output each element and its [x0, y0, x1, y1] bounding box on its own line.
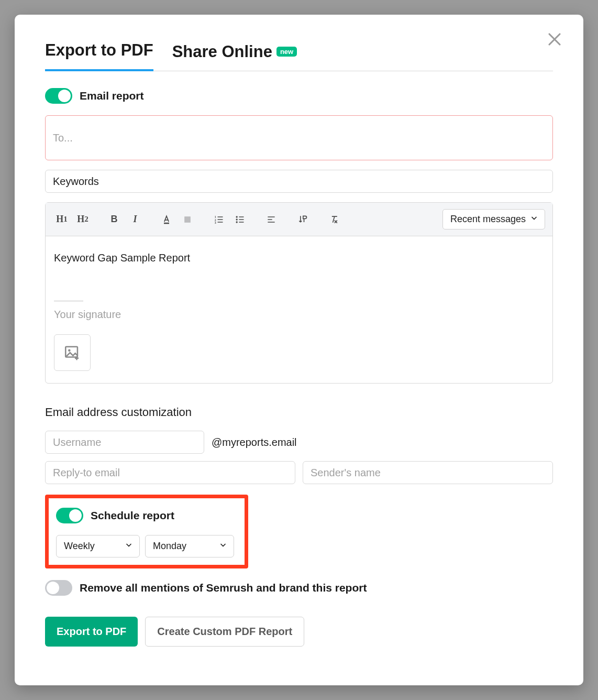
align-button[interactable]: [262, 211, 280, 228]
recent-messages-select[interactable]: Recent messages: [442, 209, 545, 229]
modal-actions: Export to PDF Create Custom PDF Report: [45, 617, 553, 647]
direction-icon: [297, 214, 308, 225]
close-button[interactable]: [547, 31, 562, 47]
brand-toggle[interactable]: [45, 580, 72, 596]
tab-share-online[interactable]: Share Online new: [172, 42, 297, 71]
to-field[interactable]: [45, 115, 553, 160]
ordered-list-button[interactable]: 123: [210, 211, 228, 228]
signature-placeholder: Your signature: [54, 309, 544, 321]
message-editor: H1 H2 B I 123: [45, 202, 553, 384]
bold-button[interactable]: B: [105, 211, 123, 228]
clear-format-button[interactable]: [325, 211, 343, 228]
schedule-highlight-box: Schedule report Weekly Monday: [45, 495, 248, 568]
export-modal: Export to PDF Share Online new Email rep…: [15, 15, 583, 685]
signature-divider: [54, 301, 83, 301]
chevron-down-icon: [125, 541, 133, 552]
create-custom-report-button[interactable]: Create Custom PDF Report: [145, 617, 304, 647]
svg-text:3: 3: [215, 221, 216, 224]
schedule-label: Schedule report: [91, 509, 174, 522]
customization-title: Email address customization: [45, 406, 553, 419]
svg-rect-1: [184, 216, 191, 223]
editor-toolbar: H1 H2 B I 123: [46, 203, 552, 236]
schedule-report-row: Schedule report: [56, 508, 237, 523]
email-report-row: Email report: [45, 88, 553, 104]
frequency-select[interactable]: Weekly: [56, 535, 140, 557]
brand-toggle-row: Remove all mentions of Semrush and brand…: [45, 580, 553, 596]
svg-point-5: [236, 216, 238, 217]
highlight-icon: [182, 214, 193, 225]
h2-sub: 2: [84, 215, 88, 224]
h1-button[interactable]: H1: [53, 211, 71, 228]
email-report-label: Email report: [80, 90, 144, 102]
editor-text: Keyword Gap Sample Report: [54, 252, 544, 264]
text-color-button[interactable]: [158, 211, 175, 228]
username-row: @myreports.email: [45, 431, 553, 454]
unordered-list-button[interactable]: [231, 211, 249, 228]
text-color-icon: [161, 214, 172, 225]
ordered-list-icon: 123: [214, 214, 224, 225]
clear-format-icon: [329, 214, 339, 225]
chevron-down-icon: [219, 541, 227, 552]
email-domain-text: @myreports.email: [212, 436, 297, 449]
subject-field[interactable]: [45, 170, 553, 193]
export-button[interactable]: Export to PDF: [45, 617, 138, 647]
svg-point-7: [236, 221, 238, 223]
tab-share-label: Share Online: [172, 42, 272, 61]
close-icon: [547, 31, 562, 47]
brand-toggle-label: Remove all mentions of Semrush and brand…: [80, 582, 367, 594]
reply-sender-row: [45, 461, 553, 484]
highlight-button[interactable]: [179, 211, 196, 228]
svg-point-9: [68, 349, 71, 352]
h2-glyph: H: [77, 214, 84, 225]
editor-body[interactable]: Keyword Gap Sample Report Your signature: [46, 236, 552, 383]
day-select[interactable]: Monday: [145, 535, 234, 557]
svg-rect-0: [164, 222, 169, 224]
italic-button[interactable]: I: [126, 211, 144, 228]
username-field[interactable]: [45, 431, 204, 454]
h1-sub: 1: [63, 215, 68, 224]
align-icon: [266, 214, 276, 225]
sender-name-field[interactable]: [303, 461, 553, 484]
svg-point-6: [236, 218, 238, 220]
recent-messages-label: Recent messages: [450, 214, 526, 224]
schedule-selects: Weekly Monday: [56, 535, 237, 557]
email-report-toggle[interactable]: [45, 88, 72, 104]
modal-tabs: Export to PDF Share Online new: [45, 41, 553, 71]
add-image-button[interactable]: [54, 334, 91, 371]
tab-export-pdf[interactable]: Export to PDF: [45, 41, 153, 71]
chevron-down-icon: [530, 214, 538, 225]
frequency-value: Weekly: [64, 541, 95, 551]
new-badge: new: [276, 47, 297, 57]
reply-to-field[interactable]: [45, 461, 295, 484]
schedule-toggle[interactable]: [56, 508, 83, 523]
unordered-list-icon: [235, 214, 245, 225]
h1-glyph: H: [56, 214, 63, 225]
image-add-icon: [63, 344, 81, 362]
h2-button[interactable]: H2: [74, 211, 92, 228]
day-value: Monday: [153, 541, 186, 551]
direction-button[interactable]: [294, 211, 312, 228]
